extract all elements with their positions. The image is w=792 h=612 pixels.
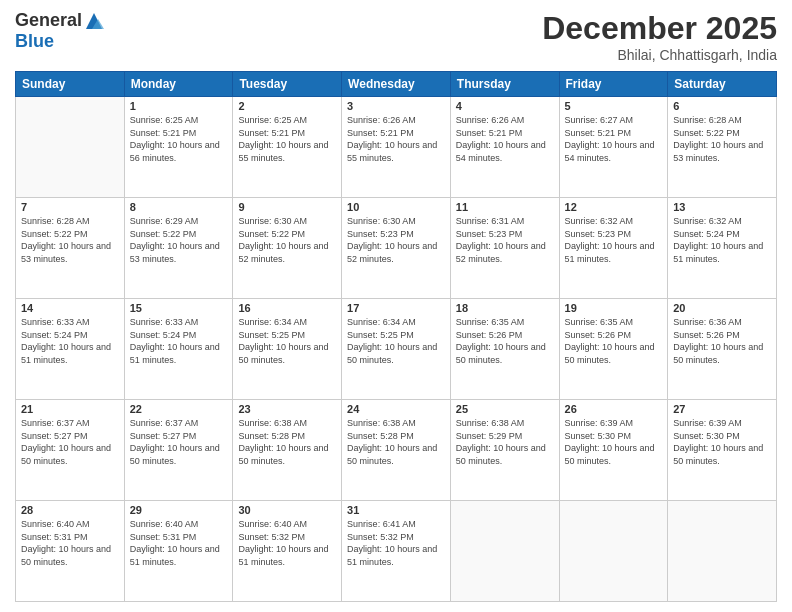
col-thursday: Thursday: [450, 72, 559, 97]
day-info: Sunrise: 6:36 AMSunset: 5:26 PMDaylight:…: [673, 316, 771, 366]
table-row: 11Sunrise: 6:31 AMSunset: 5:23 PMDayligh…: [450, 198, 559, 299]
day-info: Sunrise: 6:41 AMSunset: 5:32 PMDaylight:…: [347, 518, 445, 568]
day-info: Sunrise: 6:35 AMSunset: 5:26 PMDaylight:…: [456, 316, 554, 366]
table-row: 19Sunrise: 6:35 AMSunset: 5:26 PMDayligh…: [559, 299, 668, 400]
day-number: 24: [347, 403, 445, 415]
calendar-table: Sunday Monday Tuesday Wednesday Thursday…: [15, 71, 777, 602]
day-number: 23: [238, 403, 336, 415]
calendar-week-3: 21Sunrise: 6:37 AMSunset: 5:27 PMDayligh…: [16, 400, 777, 501]
calendar-week-2: 14Sunrise: 6:33 AMSunset: 5:24 PMDayligh…: [16, 299, 777, 400]
table-row: 21Sunrise: 6:37 AMSunset: 5:27 PMDayligh…: [16, 400, 125, 501]
col-monday: Monday: [124, 72, 233, 97]
logo-icon: [84, 11, 104, 31]
logo-blue-text: Blue: [15, 31, 54, 51]
table-row: 2Sunrise: 6:25 AMSunset: 5:21 PMDaylight…: [233, 97, 342, 198]
table-row: 1Sunrise: 6:25 AMSunset: 5:21 PMDaylight…: [124, 97, 233, 198]
table-row: 25Sunrise: 6:38 AMSunset: 5:29 PMDayligh…: [450, 400, 559, 501]
table-row: [559, 501, 668, 602]
table-row: 28Sunrise: 6:40 AMSunset: 5:31 PMDayligh…: [16, 501, 125, 602]
day-number: 14: [21, 302, 119, 314]
day-number: 11: [456, 201, 554, 213]
title-section: December 2025 Bhilai, Chhattisgarh, Indi…: [542, 10, 777, 63]
day-info: Sunrise: 6:25 AMSunset: 5:21 PMDaylight:…: [238, 114, 336, 164]
day-info: Sunrise: 6:33 AMSunset: 5:24 PMDaylight:…: [130, 316, 228, 366]
table-row: 14Sunrise: 6:33 AMSunset: 5:24 PMDayligh…: [16, 299, 125, 400]
calendar-header-row: Sunday Monday Tuesday Wednesday Thursday…: [16, 72, 777, 97]
day-number: 22: [130, 403, 228, 415]
day-number: 8: [130, 201, 228, 213]
day-number: 2: [238, 100, 336, 112]
day-info: Sunrise: 6:28 AMSunset: 5:22 PMDaylight:…: [21, 215, 119, 265]
table-row: 3Sunrise: 6:26 AMSunset: 5:21 PMDaylight…: [342, 97, 451, 198]
day-number: 3: [347, 100, 445, 112]
day-number: 12: [565, 201, 663, 213]
table-row: 4Sunrise: 6:26 AMSunset: 5:21 PMDaylight…: [450, 97, 559, 198]
day-info: Sunrise: 6:29 AMSunset: 5:22 PMDaylight:…: [130, 215, 228, 265]
day-number: 7: [21, 201, 119, 213]
day-info: Sunrise: 6:38 AMSunset: 5:29 PMDaylight:…: [456, 417, 554, 467]
table-row: [16, 97, 125, 198]
day-info: Sunrise: 6:37 AMSunset: 5:27 PMDaylight:…: [130, 417, 228, 467]
month-title: December 2025: [542, 10, 777, 47]
day-info: Sunrise: 6:40 AMSunset: 5:31 PMDaylight:…: [130, 518, 228, 568]
day-number: 6: [673, 100, 771, 112]
table-row: 10Sunrise: 6:30 AMSunset: 5:23 PMDayligh…: [342, 198, 451, 299]
col-friday: Friday: [559, 72, 668, 97]
day-number: 29: [130, 504, 228, 516]
table-row: 13Sunrise: 6:32 AMSunset: 5:24 PMDayligh…: [668, 198, 777, 299]
day-info: Sunrise: 6:37 AMSunset: 5:27 PMDaylight:…: [21, 417, 119, 467]
table-row: 20Sunrise: 6:36 AMSunset: 5:26 PMDayligh…: [668, 299, 777, 400]
day-number: 1: [130, 100, 228, 112]
day-info: Sunrise: 6:27 AMSunset: 5:21 PMDaylight:…: [565, 114, 663, 164]
day-number: 30: [238, 504, 336, 516]
table-row: 15Sunrise: 6:33 AMSunset: 5:24 PMDayligh…: [124, 299, 233, 400]
day-number: 13: [673, 201, 771, 213]
day-info: Sunrise: 6:32 AMSunset: 5:24 PMDaylight:…: [673, 215, 771, 265]
day-number: 28: [21, 504, 119, 516]
table-row: 7Sunrise: 6:28 AMSunset: 5:22 PMDaylight…: [16, 198, 125, 299]
day-number: 10: [347, 201, 445, 213]
day-number: 16: [238, 302, 336, 314]
table-row: 31Sunrise: 6:41 AMSunset: 5:32 PMDayligh…: [342, 501, 451, 602]
page: General Blue December 2025 Bhilai, Chhat…: [0, 0, 792, 612]
day-number: 20: [673, 302, 771, 314]
col-sunday: Sunday: [16, 72, 125, 97]
table-row: 29Sunrise: 6:40 AMSunset: 5:31 PMDayligh…: [124, 501, 233, 602]
day-number: 27: [673, 403, 771, 415]
table-row: 8Sunrise: 6:29 AMSunset: 5:22 PMDaylight…: [124, 198, 233, 299]
day-number: 21: [21, 403, 119, 415]
day-info: Sunrise: 6:28 AMSunset: 5:22 PMDaylight:…: [673, 114, 771, 164]
calendar-week-4: 28Sunrise: 6:40 AMSunset: 5:31 PMDayligh…: [16, 501, 777, 602]
day-info: Sunrise: 6:31 AMSunset: 5:23 PMDaylight:…: [456, 215, 554, 265]
day-number: 19: [565, 302, 663, 314]
logo-general-text: General: [15, 10, 82, 31]
table-row: 30Sunrise: 6:40 AMSunset: 5:32 PMDayligh…: [233, 501, 342, 602]
day-info: Sunrise: 6:34 AMSunset: 5:25 PMDaylight:…: [347, 316, 445, 366]
day-info: Sunrise: 6:30 AMSunset: 5:22 PMDaylight:…: [238, 215, 336, 265]
col-tuesday: Tuesday: [233, 72, 342, 97]
day-info: Sunrise: 6:33 AMSunset: 5:24 PMDaylight:…: [21, 316, 119, 366]
day-info: Sunrise: 6:26 AMSunset: 5:21 PMDaylight:…: [347, 114, 445, 164]
day-info: Sunrise: 6:34 AMSunset: 5:25 PMDaylight:…: [238, 316, 336, 366]
logo: General Blue: [15, 10, 104, 52]
day-info: Sunrise: 6:30 AMSunset: 5:23 PMDaylight:…: [347, 215, 445, 265]
table-row: 17Sunrise: 6:34 AMSunset: 5:25 PMDayligh…: [342, 299, 451, 400]
table-row: 9Sunrise: 6:30 AMSunset: 5:22 PMDaylight…: [233, 198, 342, 299]
day-number: 15: [130, 302, 228, 314]
table-row: 26Sunrise: 6:39 AMSunset: 5:30 PMDayligh…: [559, 400, 668, 501]
day-number: 25: [456, 403, 554, 415]
table-row: 23Sunrise: 6:38 AMSunset: 5:28 PMDayligh…: [233, 400, 342, 501]
table-row: 6Sunrise: 6:28 AMSunset: 5:22 PMDaylight…: [668, 97, 777, 198]
location: Bhilai, Chhattisgarh, India: [542, 47, 777, 63]
day-number: 5: [565, 100, 663, 112]
table-row: 12Sunrise: 6:32 AMSunset: 5:23 PMDayligh…: [559, 198, 668, 299]
day-info: Sunrise: 6:40 AMSunset: 5:32 PMDaylight:…: [238, 518, 336, 568]
table-row: 18Sunrise: 6:35 AMSunset: 5:26 PMDayligh…: [450, 299, 559, 400]
day-number: 9: [238, 201, 336, 213]
day-info: Sunrise: 6:38 AMSunset: 5:28 PMDaylight:…: [238, 417, 336, 467]
day-info: Sunrise: 6:39 AMSunset: 5:30 PMDaylight:…: [673, 417, 771, 467]
day-number: 17: [347, 302, 445, 314]
day-info: Sunrise: 6:26 AMSunset: 5:21 PMDaylight:…: [456, 114, 554, 164]
day-info: Sunrise: 6:40 AMSunset: 5:31 PMDaylight:…: [21, 518, 119, 568]
table-row: 5Sunrise: 6:27 AMSunset: 5:21 PMDaylight…: [559, 97, 668, 198]
